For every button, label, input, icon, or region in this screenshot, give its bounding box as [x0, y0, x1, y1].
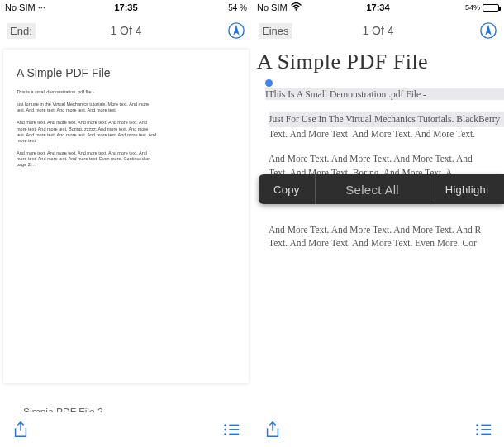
menu-copy[interactable]: Copy: [259, 174, 316, 204]
svg-point-9: [476, 424, 478, 426]
doc-paragraph: And more text. And more text. And more t…: [17, 120, 157, 144]
doc-line: Text. And More Text. And More Text. And …: [269, 127, 504, 141]
share-icon[interactable]: [264, 421, 282, 439]
doc-title: A Simple PDF File: [17, 66, 235, 79]
doc-line: And More Text. And More Text. And More T…: [269, 152, 504, 166]
doc-paragraph: just for use in the Virtual Mechanics tu…: [17, 102, 157, 113]
nav-bar: Eines 1 Of 4: [252, 15, 504, 46]
right-screen: No SIM 17:34 54% Eines 1 Of 4 A Simple P…: [252, 0, 504, 447]
share-icon[interactable]: [12, 421, 30, 439]
svg-point-11: [476, 429, 478, 431]
page-indicator: 1 Of 4: [0, 24, 252, 37]
svg-point-3: [224, 429, 226, 431]
list-icon[interactable]: [222, 421, 240, 439]
pdf-page-zoomed[interactable]: A Simple PDF File IThis Is A Small Demon…: [252, 50, 504, 250]
battery-icon: [483, 4, 499, 12]
pdf-page[interactable]: A Simple PDF File This is a small demons…: [3, 50, 249, 383]
doc-line: IThis Is A Small Demonstration .pdf File…: [265, 88, 504, 100]
doc-line: Text. And More Text. And More Text. Even…: [269, 236, 504, 250]
status-bar: No SIM ··· 17:35 54 %: [0, 0, 252, 15]
list-icon[interactable]: [474, 421, 492, 439]
selection-handle[interactable]: [265, 79, 273, 87]
left-screen: No SIM ··· 17:35 54 % End: 1 Of 4 A Simp…: [0, 0, 252, 447]
nav-bar: End: 1 Of 4: [0, 15, 252, 46]
doc-line: And More Text. And More Text. And More T…: [269, 223, 504, 237]
menu-highlight[interactable]: Highlight: [430, 174, 504, 204]
svg-point-1: [224, 424, 226, 426]
status-bar: No SIM 17:34 54%: [252, 0, 504, 15]
clock: 17:34: [252, 2, 504, 12]
clock: 17:35: [0, 2, 252, 12]
bottom-toolbar: [252, 412, 504, 447]
page-indicator: 1 Of 4: [252, 24, 504, 37]
context-menu: Copy Select All Highlight: [259, 174, 504, 204]
doc-line: Just For Use In The Virtual Mechanics Tu…: [269, 112, 504, 127]
doc-paragraph: This is a small demonstration .pdf file …: [17, 89, 157, 95]
menu-select-all[interactable]: Select All: [316, 174, 430, 204]
doc-title: A Simple PDF File: [257, 50, 504, 74]
bottom-toolbar: [0, 412, 252, 447]
doc-paragraph: And more text. And more text. And more t…: [17, 150, 157, 168]
svg-point-13: [476, 433, 478, 435]
svg-point-5: [224, 433, 226, 435]
